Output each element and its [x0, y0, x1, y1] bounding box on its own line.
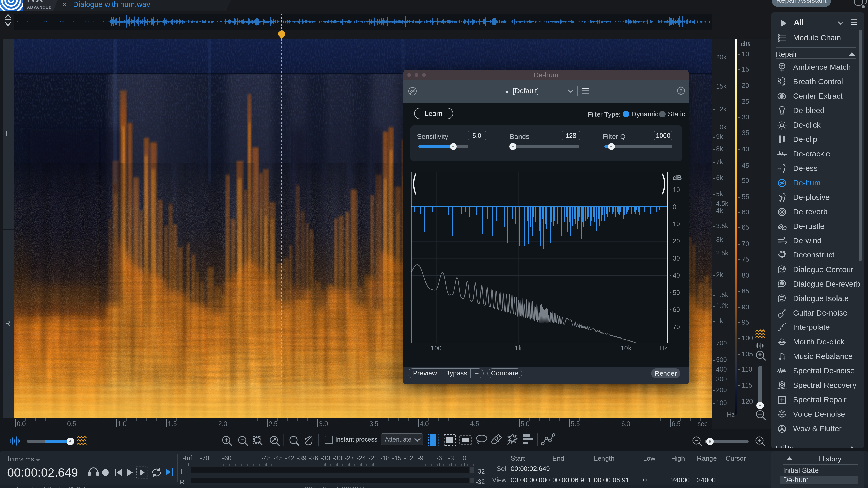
svg-text:Hz: Hz — [659, 344, 668, 352]
svg-text:10: 10 — [673, 220, 680, 227]
svg-text:60: 60 — [673, 306, 680, 313]
svg-text:ss: ss — [777, 167, 781, 171]
svg-text:10: 10 — [673, 186, 680, 193]
svg-text:100: 100 — [430, 344, 441, 352]
svg-text:10k: 10k — [621, 344, 632, 352]
svg-text:50: 50 — [673, 289, 680, 296]
svg-text:30: 30 — [673, 255, 680, 262]
svg-text:20: 20 — [673, 237, 680, 245]
svg-text:dB: dB — [673, 174, 682, 182]
svg-text:70: 70 — [673, 323, 680, 330]
svg-text:0: 0 — [673, 203, 676, 210]
svg-text:?: ? — [679, 88, 683, 94]
svg-text:1k: 1k — [515, 344, 522, 352]
svg-text:40: 40 — [673, 272, 680, 279]
